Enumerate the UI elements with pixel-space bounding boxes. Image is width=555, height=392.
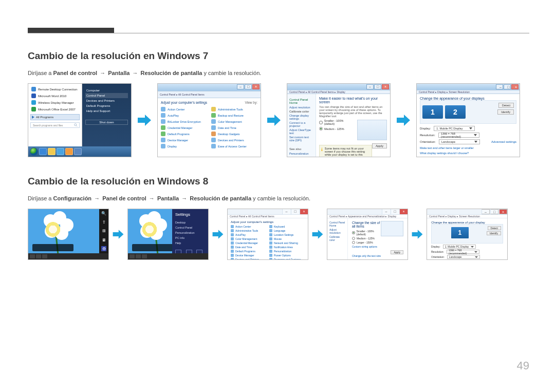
page-content: Cambio de la resolución en Windows 7 Dir… xyxy=(28,50,529,278)
win8-steps-row: 🔍 ⇪ ⊞ 🖥 ⚙ Settings Desktop Control Panel xyxy=(28,209,529,260)
win7-steps-row: Remote Desktop Connection Microsoft Word… xyxy=(28,83,529,157)
path-2: Panel de control xyxy=(102,195,146,201)
dropdown-value: 1. Mobile PC Display xyxy=(436,127,462,130)
start-charm-icon: ⊞ xyxy=(101,229,106,234)
chevron-down-icon xyxy=(474,141,477,143)
arrow-icon: → xyxy=(148,195,156,201)
settings-item: Help xyxy=(175,240,205,246)
note-text: Some items may not fit on your screen if… xyxy=(325,147,370,157)
shutdown-button: Shut down xyxy=(85,120,128,125)
win8-settings-flyout-screenshot: Settings Desktop Control Panel Personali… xyxy=(127,209,209,260)
radio-label: Smaller - 100% (default) xyxy=(324,119,354,125)
breadcrumb: Control Panel ▸ All Control Panel Items xyxy=(158,91,261,98)
sres-heading: Change the appearance of your displays xyxy=(420,97,516,100)
devices-charm-icon: 🖥 xyxy=(101,237,106,242)
minimize-icon: – xyxy=(482,209,490,214)
win7-screen-resolution-screenshot: –□× Control Panel ▸ Display ▸ Screen Res… xyxy=(416,83,520,157)
taskbar-item xyxy=(57,148,64,155)
maximize-icon: □ xyxy=(504,84,511,89)
settings-item: Personalization xyxy=(175,230,205,235)
start-right-item: Help and Support xyxy=(85,108,128,114)
path-4: Resolución de pantalla xyxy=(190,195,251,201)
start-item: Microsoft Office Excel 2007 xyxy=(38,108,76,111)
dropdown-value: Landscape xyxy=(449,255,461,258)
chevron-down-icon xyxy=(469,127,472,129)
custom-link: Custom sizing options xyxy=(352,245,403,248)
preview-icon xyxy=(381,221,403,236)
step-arrow-icon xyxy=(266,113,282,128)
start-orb-icon xyxy=(30,147,38,156)
maximize-icon: □ xyxy=(291,209,299,214)
field-label: Orientation: xyxy=(420,140,436,143)
start-search-input: Search programs and files xyxy=(30,122,80,128)
cp-item: Devices and Printers xyxy=(218,139,244,142)
cp-item: Date and Time xyxy=(218,126,236,129)
breadcrumb: Control Panel ▸ Display ▸ Screen Resolut… xyxy=(427,215,507,218)
breadcrumb: Control Panel ▸ Display ▸ Screen Resolut… xyxy=(417,90,520,94)
taskbar-item xyxy=(39,148,47,155)
section2-title: Cambio de la resolución en Windows 8 xyxy=(28,176,529,187)
minimize-icon: – xyxy=(237,84,244,89)
close-icon: × xyxy=(252,84,260,89)
start-item: Remote Desktop Connection xyxy=(38,88,78,91)
share-charm-icon: ⇪ xyxy=(101,220,106,225)
taskbar xyxy=(28,253,108,259)
apply-button: Apply xyxy=(391,250,403,254)
step-arrow-icon xyxy=(212,228,224,240)
triangle-icon xyxy=(32,116,34,119)
field-label: Orientation: xyxy=(431,255,445,258)
minimize-icon: – xyxy=(282,209,290,214)
start-item: Microsoft Word 2010 xyxy=(38,95,66,98)
radio-label: Medium - 125% xyxy=(324,127,344,130)
win7-display-screenshot: –□× Control Panel ▸ All Control Panel It… xyxy=(287,83,391,157)
cp-heading: Adjust your computer's settings xyxy=(161,101,207,104)
radio-label: Smaller - 100% (default) xyxy=(357,230,381,236)
side-link: Adjust ClearType text xyxy=(289,128,313,135)
cp-item: Device Manager xyxy=(168,139,188,142)
settings-item: Control Panel xyxy=(175,225,205,230)
media-overlay xyxy=(32,244,73,251)
radio-label: Medium - 125% xyxy=(357,237,375,240)
step-arrow-icon xyxy=(396,113,411,128)
cp-item: BitLocker Drive Encryption xyxy=(168,120,201,123)
close-icon: × xyxy=(399,209,408,214)
taskbar xyxy=(128,253,208,259)
settings-flyout: Settings Desktop Control Panel Personali… xyxy=(172,209,208,259)
cp-item: Desktop Gadgets xyxy=(218,133,240,136)
all-programs-button: All Programs xyxy=(30,114,80,120)
settings-item: Desktop xyxy=(175,220,205,225)
win8-control-panel-screenshot: –□× Control Panel ▸ All Control Panel It… xyxy=(227,209,308,260)
sres-link: What display settings should I choose? xyxy=(420,152,516,155)
path-3: Resolución de pantalla xyxy=(141,70,202,76)
sres-link: Make text and other items larger or smal… xyxy=(420,146,516,150)
header-rule xyxy=(28,33,529,33)
win7-start-menu-screenshot: Remote Desktop Connection Microsoft Word… xyxy=(28,83,132,157)
breadcrumb: Control Panel ▸ Appearance and Personali… xyxy=(327,215,408,218)
warning-note: Some items may not fit on your screen if… xyxy=(319,145,372,157)
path-1: Configuración xyxy=(53,195,92,201)
field-label: Resolution: xyxy=(431,250,444,253)
field-label: Display: xyxy=(420,127,431,130)
detect-button: Detect xyxy=(498,103,514,108)
win7-control-panel-screenshot: –□× Control Panel ▸ All Control Panel It… xyxy=(157,83,261,157)
desc-pre: Diríjase a xyxy=(28,195,53,201)
side-link: Personalization xyxy=(289,152,313,156)
identify-button: Identify xyxy=(487,231,501,235)
cp-item: Ease of Access Center xyxy=(218,145,247,148)
step-arrow-icon xyxy=(411,228,423,240)
step-arrow-icon xyxy=(311,228,324,240)
taskbar-item xyxy=(48,148,55,155)
step-arrow-icon xyxy=(112,228,124,240)
side-link: Devices and Printers xyxy=(289,156,313,157)
path-2: Pantalla xyxy=(108,70,130,76)
maximize-icon: □ xyxy=(374,84,381,89)
dropdown: 1366 × 768 (recommended) xyxy=(447,250,479,254)
dropdown: 1. Mobile PC Display xyxy=(443,245,476,249)
radio-icon xyxy=(319,121,323,124)
cp-item: Action Center xyxy=(168,108,184,111)
maximize-icon: □ xyxy=(490,209,498,214)
radio-icon xyxy=(352,237,355,240)
field-label: Display: xyxy=(431,245,440,248)
dropdown: Landscape xyxy=(447,255,480,259)
chevron-down-icon xyxy=(471,246,474,248)
